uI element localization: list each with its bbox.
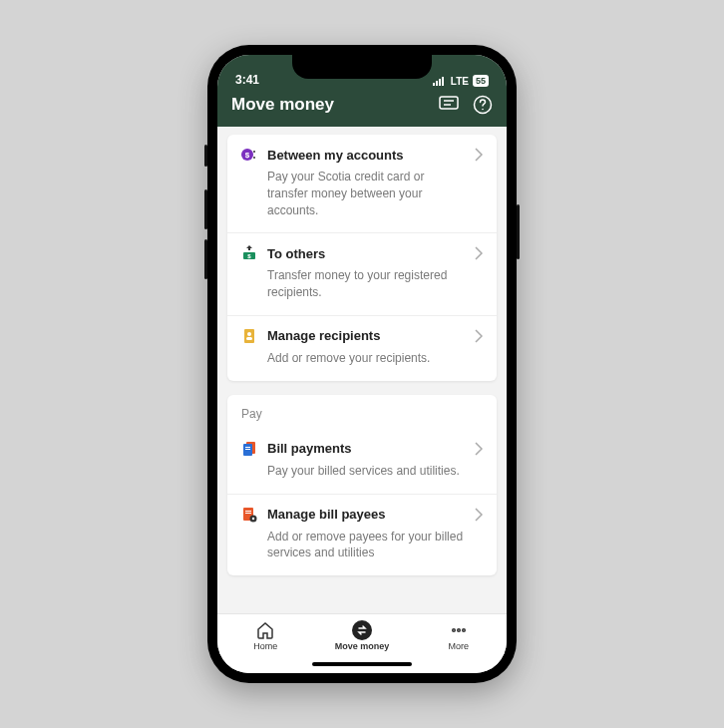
battery-level: 55	[476, 76, 486, 86]
card-pay: Pay Bill payments	[227, 395, 497, 575]
row-desc: Add or remove your recipients.	[267, 350, 483, 367]
svg-point-8	[482, 109, 484, 111]
tab-bar: Home Move money	[217, 613, 507, 655]
card-transfers: $ Between my accounts Pay your Scotia cr…	[227, 135, 497, 381]
row-desc: Transfer money to your registered recipi…	[267, 267, 483, 301]
row-title: To others	[267, 246, 465, 261]
svg-rect-1	[436, 81, 438, 86]
svg-point-11	[253, 151, 255, 153]
row-desc: Pay your Scotia credit card or transfer …	[267, 169, 483, 218]
help-icon[interactable]	[473, 95, 493, 115]
document-gear-icon	[241, 507, 257, 523]
status-right: LTE 55	[433, 75, 489, 87]
status-time: 3:41	[235, 73, 259, 87]
cash-icon: $	[241, 245, 257, 261]
battery-icon: 55	[473, 75, 489, 87]
chevron-right-icon	[475, 508, 483, 522]
side-button	[204, 145, 207, 167]
document-icon	[241, 441, 257, 457]
side-button	[517, 204, 520, 259]
chevron-right-icon	[475, 442, 483, 456]
svg-rect-4	[440, 97, 458, 109]
svg-point-28	[457, 629, 460, 632]
svg-rect-21	[245, 449, 250, 450]
phone-frame: 3:41 LTE 55 Move money	[207, 45, 517, 683]
svg-point-26	[252, 517, 254, 519]
page-title: Move money	[231, 95, 334, 115]
signal-icon	[433, 76, 447, 86]
transfer-icon	[352, 620, 372, 640]
svg-point-16	[247, 332, 251, 336]
row-manage-recipients[interactable]: Manage recipients Add or remove your rec…	[227, 316, 497, 381]
svg-rect-17	[246, 337, 252, 340]
section-label-pay: Pay	[227, 395, 497, 429]
chevron-right-icon	[475, 246, 483, 260]
tab-label: Move money	[335, 641, 390, 651]
svg-rect-24	[245, 513, 251, 514]
row-bill-payments[interactable]: Bill payments Pay your billed services a…	[227, 429, 497, 495]
svg-text:$: $	[245, 151, 250, 160]
row-title: Manage recipients	[267, 328, 465, 343]
home-indicator[interactable]	[217, 655, 507, 673]
svg-point-27	[452, 629, 455, 632]
notch	[292, 55, 432, 79]
person-card-icon	[241, 328, 257, 344]
dollar-circle-icon: $	[241, 147, 257, 163]
row-to-others[interactable]: $ To others Transfer money to your regis…	[227, 233, 497, 316]
row-desc: Pay your billed services and utilities.	[267, 463, 483, 480]
status-network: LTE	[451, 76, 469, 87]
tab-more[interactable]: More	[410, 620, 507, 651]
tab-home[interactable]: Home	[217, 620, 314, 651]
app-header: Move money	[217, 89, 507, 127]
row-title: Manage bill payees	[267, 507, 465, 522]
tab-move-money[interactable]: Move money	[314, 620, 411, 651]
svg-rect-0	[433, 83, 435, 86]
side-button	[204, 239, 207, 279]
svg-rect-2	[439, 79, 441, 86]
svg-rect-23	[245, 511, 251, 512]
row-desc: Add or remove payees for your billed ser…	[267, 529, 483, 562]
chevron-right-icon	[475, 329, 483, 343]
home-icon	[255, 620, 275, 640]
row-title: Bill payments	[267, 441, 465, 456]
tab-label: Home	[253, 641, 277, 651]
svg-rect-20	[245, 447, 250, 448]
content-scroll[interactable]: $ Between my accounts Pay your Scotia cr…	[217, 127, 507, 613]
svg-point-29	[462, 629, 465, 632]
side-button	[204, 189, 207, 229]
tab-label: More	[448, 641, 469, 651]
svg-rect-3	[442, 77, 444, 86]
more-icon	[449, 620, 469, 640]
chevron-right-icon	[475, 148, 483, 162]
row-manage-payees[interactable]: Manage bill payees Add or remove payees …	[227, 495, 497, 576]
screen: 3:41 LTE 55 Move money	[217, 55, 507, 673]
svg-point-12	[253, 157, 255, 159]
row-between-accounts[interactable]: $ Between my accounts Pay your Scotia cr…	[227, 135, 497, 233]
row-title: Between my accounts	[267, 148, 465, 163]
chat-icon[interactable]	[439, 96, 459, 114]
